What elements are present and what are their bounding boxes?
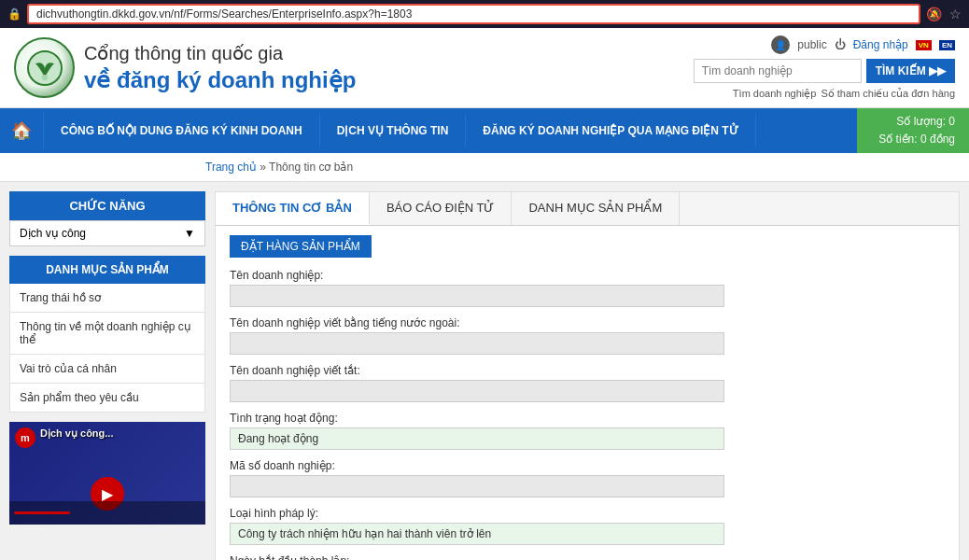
sidebar-chuc-nang-title: CHỨC NĂNG xyxy=(9,191,205,220)
site-title: Cổng thông tin quốc gia về đăng ký doanh… xyxy=(84,41,356,94)
breadcrumb: Trang chủ » Thông tin cơ bản xyxy=(0,153,969,182)
sidebar: CHỨC NĂNG Dịch vụ công ▼ DANH MỤC SẢN PH… xyxy=(9,191,205,560)
breadcrumb-home[interactable]: Trang chủ xyxy=(205,161,257,174)
field-loai-hinh: Loại hình pháp lý: Công ty trách nhiệm h… xyxy=(230,507,945,545)
field-ten-dn-nuoc-ngoai: Tên doanh nghiệp viết bằng tiếng nước ng… xyxy=(230,316,945,355)
address-bar: 🔒 dichvuthongtin.dkkd.gov.vn/nf/Forms/Se… xyxy=(0,0,969,28)
username: public xyxy=(797,38,826,51)
label-loai-hinh: Loại hình pháp lý: xyxy=(230,507,945,520)
value-ten-dn-nuoc-ngoai xyxy=(230,332,724,355)
user-bar: 👤 public ⏻ Đăng nhập VN EN xyxy=(771,35,955,54)
search-label-2: Số tham chiếu của đơn hàng xyxy=(821,88,955,100)
title-main: Cổng thông tin quốc gia xyxy=(84,41,356,65)
video-thumbnail: m Dịch vụ công... ▶ xyxy=(9,422,205,525)
svg-point-1 xyxy=(42,75,48,80)
chevron-down-icon: ▼ xyxy=(184,227,195,240)
bell-icon: 🔕 xyxy=(926,7,942,21)
nav-item-cong-bo[interactable]: CÔNG BỐ NỘI DUNG ĐĂNG KÝ KINH DOANH xyxy=(44,115,320,147)
field-ten-dn: Tên doanh nghiệp: xyxy=(230,269,945,307)
login-button[interactable]: Đăng nhập xyxy=(853,38,908,51)
star-icon: ☆ xyxy=(949,7,962,21)
label-ten-dn-viet-tat: Tên doanh nghiệp viết tắt: xyxy=(230,364,945,377)
label-ma-so-dn: Mã số doanh nghiệp: xyxy=(230,459,945,472)
video-m-badge: m xyxy=(15,427,35,448)
breadcrumb-separator: » xyxy=(260,161,269,174)
tabs: THÔNG TIN CƠ BẢN BÁO CÁO ĐIỆN TỬ DANH MỤ… xyxy=(216,192,959,226)
value-ma-so-dn xyxy=(230,475,724,497)
main-layout: CHỨC NĂNG Dịch vụ công ▼ DANH MỤC SẢN PH… xyxy=(0,182,969,560)
field-ten-dn-viet-tat: Tên doanh nghiệp viết tắt: xyxy=(230,364,945,402)
tab-thong-tin-co-ban[interactable]: THÔNG TIN CƠ BẢN xyxy=(216,192,370,225)
cart-badge[interactable]: Số lượng: 0 Số tiền: 0 đồng xyxy=(857,108,969,153)
value-ten-dn-viet-tat xyxy=(230,380,724,402)
cart-amount: Số tiền: 0 đồng xyxy=(871,131,955,148)
sidebar-dropdown-label: Dịch vụ công xyxy=(20,227,86,240)
value-loai-hinh: Công ty trách nhiệm hữu hạn hai thành vi… xyxy=(230,523,724,545)
sidebar-item-thong-tin[interactable]: Thông tin về một doanh nghiệp cụ thể xyxy=(9,313,205,355)
title-sub: về đăng ký doanh nghiệp xyxy=(84,65,356,94)
nav-item-dich-vu[interactable]: DỊCH VỤ THÔNG TIN xyxy=(320,115,467,147)
order-product-button[interactable]: ĐẶT HÀNG SẢN PHẨM xyxy=(230,235,372,258)
logo-icon xyxy=(14,37,75,98)
search-button[interactable]: TÌM KIẾM ▶▶ xyxy=(866,59,955,83)
content-area: THÔNG TIN CƠ BẢN BÁO CÁO ĐIỆN TỬ DANH MỤ… xyxy=(215,191,960,560)
lock-icon: 🔒 xyxy=(7,7,21,21)
nav-bar: 🏠 CÔNG BỐ NỘI DUNG ĐĂNG KÝ KINH DOANH DỊ… xyxy=(0,108,969,153)
url-field[interactable]: dichvuthongtin.dkkd.gov.vn/nf/Forms/Sear… xyxy=(27,4,920,24)
header-right: 👤 public ⏻ Đăng nhập VN EN TÌM KIẾM ▶▶ T… xyxy=(694,35,955,100)
video-progress-fill xyxy=(14,511,70,514)
search-bar: TÌM KIẾM ▶▶ xyxy=(694,59,955,83)
search-input[interactable] xyxy=(694,59,862,83)
sidebar-item-vai-tro[interactable]: Vai trò của cá nhân xyxy=(9,355,205,384)
power-icon: ⏻ xyxy=(835,38,846,51)
logo-area: Cổng thông tin quốc gia về đăng ký doanh… xyxy=(14,37,356,98)
content-body: ĐẶT HÀNG SẢN PHẨM Tên doanh nghiệp: Tên … xyxy=(216,226,959,560)
sidebar-item-trang-thai[interactable]: Trang thái hồ sơ xyxy=(9,284,205,313)
sidebar-item-san-pham[interactable]: Sản phẩm theo yêu cầu xyxy=(9,384,205,413)
search-label-1: Tìm doanh nghiệp xyxy=(733,88,817,100)
value-ten-dn xyxy=(230,285,724,307)
breadcrumb-current: Thông tin cơ bản xyxy=(269,161,353,174)
browser-icons: 🔕 ☆ xyxy=(926,7,962,21)
sidebar-dropdown[interactable]: Dịch vụ công ▼ xyxy=(9,220,205,246)
sidebar-video[interactable]: m Dịch vụ công... ▶ xyxy=(9,422,205,525)
search-labels: Tìm doanh nghiệp Số tham chiếu của đơn h… xyxy=(733,88,955,100)
nav-item-dang-ky[interactable]: ĐĂNG KÝ DOANH NGHIỆP QUA MẠNG ĐIỆN TỬ xyxy=(466,115,755,147)
flag-vn[interactable]: VN xyxy=(916,40,932,50)
video-title-label: Dịch vụ công... xyxy=(40,427,113,440)
cart-quantity: Số lượng: 0 xyxy=(871,113,955,131)
label-ten-dn: Tên doanh nghiệp: xyxy=(230,269,945,282)
label-tinh-trang: Tình trạng hoạt động: xyxy=(230,412,945,425)
flag-en[interactable]: EN xyxy=(939,40,955,50)
tab-bao-cao-dien-tu[interactable]: BÁO CÁO ĐIỆN TỬ xyxy=(370,192,513,225)
tab-danh-muc-san-pham[interactable]: DANH MỤC SẢN PHẨM xyxy=(512,192,680,225)
field-ngay-thanh-lap: Ngày bắt đầu thành lập: xyxy=(230,554,945,560)
home-nav-button[interactable]: 🏠 xyxy=(0,113,44,148)
value-tinh-trang: Đang hoạt động xyxy=(230,427,724,450)
field-ma-so-dn: Mã số doanh nghiệp: xyxy=(230,459,945,497)
sidebar-danh-muc-title: DANH MỤC SẢN PHẨM xyxy=(9,256,205,284)
header: Cổng thông tin quốc gia về đăng ký doanh… xyxy=(0,28,969,108)
label-ngay-thanh-lap: Ngày bắt đầu thành lập: xyxy=(230,554,945,560)
video-progress-bar xyxy=(9,501,205,525)
url-text: dichvuthongtin.dkkd.gov.vn/nf/Forms/Sear… xyxy=(36,7,412,21)
user-icon: 👤 xyxy=(771,35,790,54)
label-ten-dn-nuoc-ngoai: Tên doanh nghiệp viết bằng tiếng nước ng… xyxy=(230,316,945,329)
field-tinh-trang: Tình trạng hoạt động: Đang hoạt động xyxy=(230,412,945,450)
